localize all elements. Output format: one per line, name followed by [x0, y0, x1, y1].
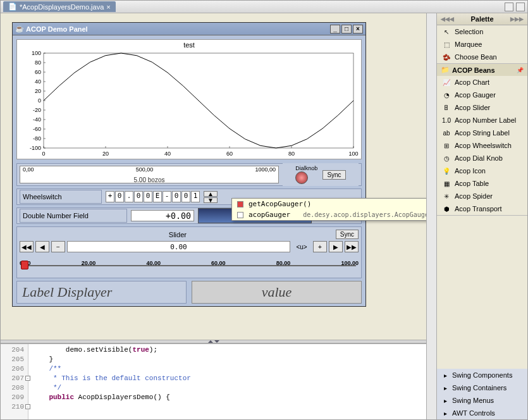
- palette-item-acop-slider[interactable]: 🎚Acop Slider: [437, 101, 527, 114]
- svg-text:40: 40: [35, 78, 41, 85]
- slider-thumb-icon[interactable]: [21, 261, 28, 269]
- gui-designer-canvas[interactable]: ☕ ACOP Demo Panel _ □ × test -100-80-60-…: [1, 13, 426, 340]
- acop-slider[interactable]: 0,0020,0040,0060,0080,00100,00: [20, 260, 359, 275]
- svg-text:20: 20: [102, 151, 109, 157]
- svg-text:0: 0: [42, 151, 45, 157]
- palette-item-marquee[interactable]: ⬚Marquee: [437, 38, 527, 51]
- code-text[interactable]: demo.setVisible(true); } /** * This is t…: [28, 344, 426, 419]
- palette-item-acop-transport[interactable]: ⬢Acop Transport: [437, 202, 527, 215]
- pin-icon[interactable]: 📌: [517, 67, 524, 73]
- field-icon: [237, 212, 243, 218]
- slider-label: Slider: [169, 231, 187, 238]
- bean-icon: 🎚: [442, 103, 451, 112]
- slider-plus-icon[interactable]: +: [313, 241, 327, 252]
- acop-dialknob[interactable]: Dialknob Sync: [283, 163, 359, 186]
- ws-cell[interactable]: +: [106, 191, 114, 202]
- tab-filename: *AcopDisplayersDemo.java: [20, 3, 104, 11]
- palette-item-acop-string-label[interactable]: abAcop String Label: [437, 127, 527, 139]
- palette-header[interactable]: ◀◀◀ Palette ▶▶▶: [437, 13, 527, 25]
- maximize-icon[interactable]: □: [341, 25, 352, 34]
- slider-fwd-icon[interactable]: ▶: [329, 241, 343, 252]
- ws-up-icon[interactable]: ▲: [204, 191, 218, 197]
- ws-cell[interactable]: 0: [115, 191, 124, 202]
- palette-item-acop-number-label[interactable]: 1.0Acop Number Label: [437, 114, 527, 127]
- marquee-icon: ⬚: [442, 40, 451, 49]
- slider-rewind-icon[interactable]: ◀◀: [20, 241, 34, 252]
- ws-down-icon[interactable]: ▼: [204, 197, 218, 203]
- fold-icon[interactable]: -: [25, 376, 30, 381]
- double-number-field[interactable]: [131, 210, 194, 221]
- ws-cell[interactable]: 0: [172, 191, 181, 202]
- editor-tabbar: 📄 *AcopDisplayersDemo.java ×: [1, 1, 527, 13]
- bean-icon: 📈: [442, 78, 451, 87]
- palette-item-acop-table[interactable]: ▦Acop Table: [437, 177, 527, 190]
- palette-group-acop[interactable]: 📁 ACOP Beans 📌: [437, 64, 527, 76]
- ws-cell[interactable]: -: [163, 191, 171, 202]
- ruler-row: 0,00 500,00 1000,00 5.00 bozos Dialknob: [16, 163, 362, 186]
- bean-icon: 💡: [442, 166, 451, 175]
- bean-icon: 1.0: [442, 116, 451, 125]
- slider-minus-icon[interactable]: −: [51, 241, 65, 252]
- demo-panel-window[interactable]: ☕ ACOP Demo Panel _ □ × test -100-80-60-…: [12, 22, 366, 307]
- palette-group-swing-menus[interactable]: ▸Swing Menus: [437, 394, 527, 407]
- ws-cell[interactable]: 0: [181, 191, 190, 202]
- ws-cell[interactable]: 0: [144, 191, 152, 202]
- palette-item-selection[interactable]: ↖Selection: [437, 25, 527, 38]
- palette-item-acop-spider[interactable]: ✳Acop Spider: [437, 190, 527, 202]
- ws-cell[interactable]: .: [125, 191, 133, 202]
- slider-back-icon[interactable]: ◀: [35, 241, 49, 252]
- wheelswitch-label: Wheelswitch: [20, 190, 102, 204]
- bean-icon: ⬢: [442, 204, 451, 213]
- minimize-view-icon[interactable]: [505, 3, 513, 11]
- slider-value[interactable]: 0.00: [67, 241, 290, 252]
- completion-item[interactable]: getAcopGauger(): [232, 199, 426, 209]
- bean-icon: ✳: [442, 192, 451, 201]
- sync-button-slider[interactable]: Sync: [336, 230, 359, 239]
- code-completion-popup[interactable]: getAcopGauger()acopGaugerde.desy.acop.di…: [231, 198, 426, 221]
- close-tab-icon[interactable]: ×: [106, 3, 110, 11]
- acop-chart[interactable]: test -100-80-60-40-200204060801000204060…: [16, 39, 362, 159]
- vertical-scrollbar[interactable]: [426, 13, 436, 419]
- acop-ruler[interactable]: 0,00 500,00 1000,00 5.00 bozos: [20, 166, 279, 183]
- sync-button-dialknob[interactable]: Sync: [322, 170, 345, 180]
- acop-wheelswitch[interactable]: +0.00E-001: [106, 191, 200, 202]
- palette-item-acop-gauger[interactable]: ◔Acop Gauger: [437, 89, 527, 101]
- svg-text:60: 60: [226, 151, 233, 157]
- knob-icon: [295, 171, 308, 184]
- palette-item-acop-icon[interactable]: 💡Acop Icon: [437, 164, 527, 177]
- palette-group-swing-containers[interactable]: ▸Swing Containers: [437, 381, 527, 394]
- palette-item-acop-wheelswitch[interactable]: ⊞Acop Wheelswitch: [437, 139, 527, 152]
- fold-icon[interactable]: -: [25, 404, 30, 409]
- svg-text:-80: -80: [33, 135, 41, 142]
- minimize-icon[interactable]: _: [330, 25, 340, 34]
- svg-text:-60: -60: [33, 126, 41, 132]
- svg-text:80: 80: [35, 59, 41, 66]
- label-displayer-row: Label Displayer value: [16, 281, 362, 304]
- palette-group-swing-components[interactable]: ▸Swing Components: [437, 369, 527, 381]
- chart-svg: -100-80-60-40-20020406080100020406080100: [17, 50, 361, 158]
- slider-ffwd-icon[interactable]: ▶▶: [345, 241, 359, 252]
- source-editor[interactable]: 204205206207-208209210- demo.setVisible(…: [1, 343, 426, 419]
- close-icon[interactable]: ×: [353, 25, 363, 34]
- ws-cell[interactable]: E: [153, 191, 162, 202]
- svg-text:100: 100: [32, 50, 41, 56]
- label-displayer: Label Displayer: [16, 281, 187, 304]
- bean-icon: ab: [442, 128, 451, 137]
- ws-cell[interactable]: 0: [134, 191, 143, 202]
- value-displayer: value: [192, 281, 362, 304]
- palette-item-acop-dial-knob[interactable]: ◷Acop Dial Knob: [437, 152, 527, 164]
- palette-item-acop-chart[interactable]: 📈Acop Chart: [437, 76, 527, 89]
- palette-item-choose-bean[interactable]: 🫘Choose Bean: [437, 51, 527, 63]
- group-icon: ▸: [441, 409, 450, 417]
- svg-text:80: 80: [288, 151, 295, 157]
- demo-title: ACOP Demo Panel: [26, 25, 88, 33]
- selection-icon: ↖: [442, 27, 451, 36]
- palette-group-awt-controls[interactable]: ▸AWT Controls: [437, 407, 527, 419]
- demo-titlebar[interactable]: ☕ ACOP Demo Panel _ □ ×: [13, 23, 365, 35]
- file-tab[interactable]: 📄 *AcopDisplayersDemo.java ×: [3, 1, 116, 12]
- svg-text:-20: -20: [33, 107, 41, 113]
- svg-text:60: 60: [35, 69, 41, 75]
- completion-item[interactable]: acopGaugerde.desy.acop.displayers.AcopGa…: [232, 209, 426, 220]
- maximize-view-icon[interactable]: [516, 3, 525, 11]
- ws-cell[interactable]: 1: [191, 191, 200, 202]
